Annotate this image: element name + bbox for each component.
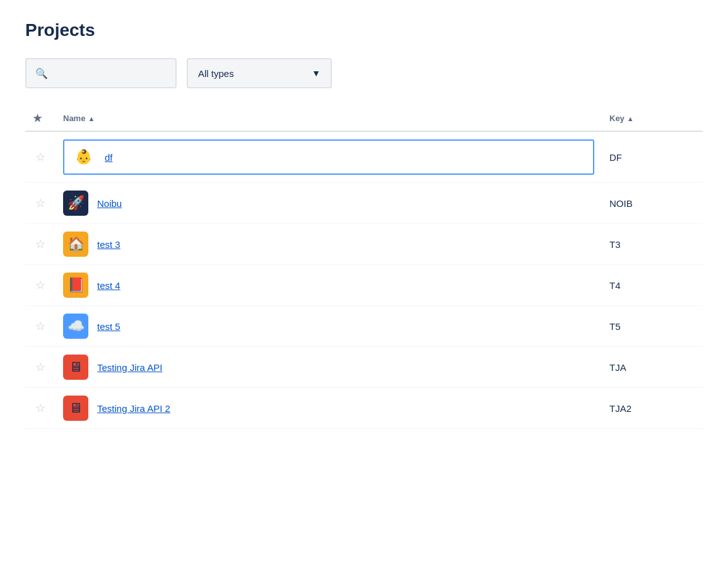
star-cell: ☆ xyxy=(25,131,56,183)
search-input[interactable] xyxy=(48,68,167,78)
name-cell: 📕test 4 xyxy=(56,265,602,306)
table-row: ☆👶dfDF xyxy=(25,131,703,183)
name-cell: 🏠test 3 xyxy=(56,224,602,265)
project-name-link[interactable]: Testing Jira API 2 xyxy=(97,403,170,414)
key-sort-icon: ▲ xyxy=(627,115,634,122)
project-name-link[interactable]: test 3 xyxy=(97,239,120,250)
project-name-link[interactable]: Testing Jira API xyxy=(97,362,162,373)
name-cell: 🚀Noibu xyxy=(56,183,602,224)
star-cell: ☆ xyxy=(25,265,56,306)
favorite-star-icon[interactable]: ☆ xyxy=(35,402,45,414)
table-row: ☆☁️test 5T5 xyxy=(25,306,703,347)
key-cell: TJA2 xyxy=(602,388,703,429)
key-cell: NOIB xyxy=(602,183,703,224)
favorite-star-icon[interactable]: ☆ xyxy=(35,197,45,209)
project-icon: ☁️ xyxy=(63,314,88,339)
star-header-icon: ★ xyxy=(33,113,42,124)
favorite-star-icon[interactable]: ☆ xyxy=(35,238,45,250)
project-cell: ☁️test 5 xyxy=(63,314,594,339)
key-cell: DF xyxy=(602,131,703,183)
favorite-star-icon[interactable]: ☆ xyxy=(35,361,45,373)
favorite-star-icon[interactable]: ☆ xyxy=(35,279,45,291)
project-name-link[interactable]: test 4 xyxy=(97,280,120,291)
project-name-link[interactable]: df xyxy=(105,152,113,163)
project-cell: 🖥Testing Jira API xyxy=(63,355,594,380)
type-filter-label: All types xyxy=(198,68,234,79)
filters-row: 🔍 All types ▼ xyxy=(25,58,703,88)
name-cell: 🖥Testing Jira API xyxy=(56,347,602,388)
page-title: Projects xyxy=(25,20,703,40)
project-cell: 📕test 4 xyxy=(63,273,594,298)
chevron-down-icon: ▼ xyxy=(312,68,320,78)
table-header-row: ★ Name ▲ Key ▲ xyxy=(25,106,703,131)
project-name-link[interactable]: Noibu xyxy=(97,198,122,209)
project-key: T4 xyxy=(609,280,621,291)
star-cell: ☆ xyxy=(25,183,56,224)
project-key: T3 xyxy=(609,239,621,250)
col-key-header[interactable]: Key ▲ xyxy=(602,106,703,131)
table-row: ☆🚀NoibuNOIB xyxy=(25,183,703,224)
project-icon: 📕 xyxy=(63,273,88,298)
name-cell: 👶df xyxy=(56,131,602,183)
key-cell: T5 xyxy=(602,306,703,347)
project-icon: 🖥 xyxy=(63,396,88,421)
star-cell: ☆ xyxy=(25,347,56,388)
type-filter-dropdown[interactable]: All types ▼ xyxy=(187,58,332,88)
col-key-label: Key xyxy=(609,114,625,123)
col-name-header[interactable]: Name ▲ xyxy=(56,106,602,131)
project-icon: 👶 xyxy=(71,144,96,170)
selected-project-cell: 👶df xyxy=(63,139,594,175)
favorite-star-icon[interactable]: ☆ xyxy=(35,320,45,332)
col-name-label: Name xyxy=(63,114,85,123)
search-icon: 🔍 xyxy=(35,68,48,79)
name-cell: 🖥Testing Jira API 2 xyxy=(56,388,602,429)
key-cell: T3 xyxy=(602,224,703,265)
project-name-link[interactable]: test 5 xyxy=(97,321,120,332)
project-key: DF xyxy=(609,152,622,163)
projects-table: ★ Name ▲ Key ▲ ☆👶dfDF☆🚀NoibuNOIB☆🏠test 3… xyxy=(25,106,703,429)
project-icon: 🏠 xyxy=(63,232,88,257)
favorite-star-icon[interactable]: ☆ xyxy=(35,151,45,163)
col-star-header: ★ xyxy=(25,106,56,131)
table-row: ☆🖥Testing Jira APITJA xyxy=(25,347,703,388)
project-icon: 🖥 xyxy=(63,355,88,380)
project-icon: 🚀 xyxy=(63,191,88,216)
key-cell: T4 xyxy=(602,265,703,306)
name-sort-icon: ▲ xyxy=(88,115,95,122)
project-key: NOIB xyxy=(609,198,633,209)
project-key: TJA2 xyxy=(609,403,631,414)
table-row: ☆📕test 4T4 xyxy=(25,265,703,306)
project-key: TJA xyxy=(609,362,626,373)
name-cell: ☁️test 5 xyxy=(56,306,602,347)
project-key: T5 xyxy=(609,321,621,332)
key-cell: TJA xyxy=(602,347,703,388)
star-cell: ☆ xyxy=(25,306,56,347)
table-row: ☆🖥Testing Jira API 2TJA2 xyxy=(25,388,703,429)
search-box[interactable]: 🔍 xyxy=(25,58,177,88)
star-cell: ☆ xyxy=(25,388,56,429)
project-cell: 🖥Testing Jira API 2 xyxy=(63,396,594,421)
star-cell: ☆ xyxy=(25,224,56,265)
table-row: ☆🏠test 3T3 xyxy=(25,224,703,265)
project-cell: 🚀Noibu xyxy=(63,191,594,216)
project-cell: 🏠test 3 xyxy=(63,232,594,257)
